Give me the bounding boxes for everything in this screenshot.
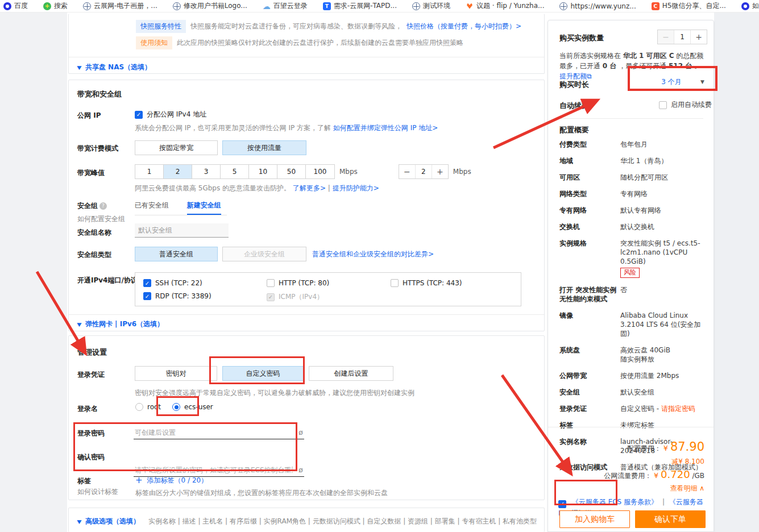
summary-row: 交换机默认交换机	[559, 222, 705, 231]
bookmark-item[interactable]: 需求-云展网-TAPD...	[323, 1, 397, 11]
snapshot-notice-badge: 使用须知	[136, 36, 172, 49]
bandwidth-option[interactable]: 1	[135, 165, 164, 178]
root-label: root	[147, 403, 161, 411]
bookmark-item[interactable]: 云展网-电子画册，...	[83, 1, 157, 11]
bookmark-item[interactable]: 百度	[3, 1, 28, 11]
summary-row: 地域华北 1（青岛）	[559, 156, 705, 165]
http-checkbox[interactable]	[267, 279, 275, 287]
bookmark-label: 测试环境	[423, 1, 450, 11]
eni-section-toggle[interactable]: 弹性网卡 | IPv6（选填）	[85, 319, 164, 329]
minus-button[interactable]: −	[399, 165, 415, 178]
bookmark-item[interactable]: 议题 · flip / Yunzha...	[466, 1, 545, 11]
learn-more-link[interactable]: 了解更多>	[293, 184, 326, 192]
mbps-unit: Mbps	[339, 168, 358, 176]
assign-ipv4-checkbox[interactable]	[135, 111, 143, 119]
sg-type-normal-button[interactable]: 普通安全组	[135, 247, 218, 261]
ecs-terms-link[interactable]: 《云服务器 ECS 服务条款》	[572, 498, 658, 506]
bandwidth-option-selected[interactable]: 2	[164, 165, 192, 178]
traffic-fee-label: 公网流量费用：	[604, 472, 652, 480]
bookmark-label: 修改用户书籍Logo...	[184, 1, 247, 11]
summary-row: 系统盘高效云盘 40GiB随实例释放	[559, 346, 705, 364]
eip-config-link[interactable]: 如何配置并绑定弹性公网 IP 地址>	[333, 124, 438, 132]
protection-link[interactable]: 提升防护能力>	[333, 184, 379, 192]
bookmark-label: 百度	[14, 1, 28, 11]
raise-quota-link[interactable]: 提升配额	[559, 72, 587, 80]
summary-row: 公网带宽按使用流量 2Mbps	[559, 371, 705, 380]
credential-note: 密钥对安全强度远高于常规自定义密码，可以避免暴力破解威胁，建议您使用密钥对创建实…	[135, 388, 414, 398]
ecs-user-radio[interactable]	[172, 403, 180, 411]
set-later-button[interactable]: 创建后设置	[309, 366, 393, 381]
sg-type-label: 安全组类型	[77, 250, 111, 260]
help-icon[interactable]: ?	[99, 202, 107, 210]
bookmark-label: https://www.yunz...	[570, 2, 636, 10]
billing-fixed-button[interactable]: 按固定带宽	[135, 140, 218, 155]
bandwidth-option[interactable]: 100	[306, 165, 334, 178]
add-tag-link[interactable]: 添加标签（0 / 20）	[147, 476, 208, 485]
billing-mode-label: 带宽计费模式	[77, 144, 118, 153]
keypair-button[interactable]: 密钥对	[135, 366, 217, 381]
http-label: HTTP (TCP: 80)	[279, 279, 329, 287]
tag-design-help-link[interactable]: 如何设计标签	[77, 488, 118, 496]
bookmark-item[interactable]: 搜索	[43, 1, 68, 11]
custom-password-button[interactable]: 自定义密码	[222, 366, 304, 381]
config-fee-value: 87.90	[670, 440, 704, 454]
divider	[559, 118, 703, 119]
bandwidth-option[interactable]: 3	[192, 165, 221, 178]
tag-note: 标签由区分大小写的键值对组成，您设置的标签将应用在本次创建的全部实例和云盘	[135, 488, 388, 498]
bandwidth-option[interactable]: 5	[221, 165, 249, 178]
sg-config-help-link[interactable]: 如何配置安全组	[77, 215, 125, 223]
advanced-section-toggle[interactable]: 高级选项（选填）	[85, 517, 140, 526]
https-checkbox[interactable]	[391, 279, 399, 287]
summary-row: 镜像Alibaba Cloud Linux 3.2104 LTS 64 位(安全…	[559, 311, 705, 338]
bandwidth-option[interactable]: 50	[277, 165, 306, 178]
password-input[interactable]	[134, 426, 304, 439]
tab-existing-sg[interactable]: 已有安全组	[135, 201, 169, 214]
view-detail-link[interactable]: 查看明细 ∧	[670, 484, 704, 492]
billing-traffic-button[interactable]: 按使用流量	[222, 140, 306, 155]
quantity-value[interactable]: 1	[674, 30, 691, 44]
nas-section-toggle[interactable]: 共享盘 NAS（选填）	[85, 63, 151, 72]
bookmark-item[interactable]: ☁百望云登录	[263, 1, 308, 11]
bookmark-label: H5微信分享、自定...	[662, 1, 726, 11]
terms-checkbox[interactable]	[558, 500, 566, 508]
advanced-card: ▼ 高级选项（选填） 实例名称 | 描述 | 主机名 | 有序后缀 | 实例RA…	[68, 508, 545, 532]
eye-off-icon[interactable]: ø	[298, 466, 303, 474]
bookmark-label: 如何设置华为	[752, 1, 759, 11]
submit-order-button[interactable]: 确认下单	[635, 510, 706, 528]
bookmark-label: 云展网-电子画册，...	[94, 1, 157, 11]
plus-button[interactable]: +	[432, 165, 448, 178]
plus-button[interactable]: +	[691, 30, 707, 44]
bookmark-label: 需求-云展网-TAPD...	[334, 1, 397, 11]
security-group-label: 安全组	[77, 202, 98, 210]
ssh-checkbox[interactable]	[143, 279, 151, 287]
minus-button[interactable]: −	[658, 30, 674, 44]
add-to-cart-button[interactable]: 加入购物车	[559, 510, 630, 528]
bookmark-item[interactable]: H5微信分享、自定...	[652, 1, 726, 11]
duration-select[interactable]: 3 个月 ▼	[637, 77, 706, 90]
bookmark-item[interactable]: 测试环境	[412, 1, 450, 11]
snapshot-price-link[interactable]: 快照价格（按量付费，每小时扣费）>	[407, 22, 521, 31]
icmp-checkbox[interactable]	[267, 293, 275, 301]
tab-new-sg[interactable]: 新建安全组	[187, 201, 221, 215]
bookmark-item[interactable]: 修改用户书籍Logo...	[173, 1, 247, 11]
sg-type-enterprise-button[interactable]: 企业级安全组	[222, 247, 306, 261]
bandwidth-stepper-value[interactable]: 2	[415, 165, 432, 178]
currency-symbol: ¥	[654, 471, 658, 480]
summary-row: 登录凭证自定义密码 - 请指定密码	[559, 404, 705, 413]
summary-row: 专有网络默认专有网络	[559, 206, 705, 215]
root-radio[interactable]	[135, 403, 143, 411]
bookmark-item[interactable]: 如何设置华为	[741, 1, 759, 11]
globe-icon	[412, 2, 420, 10]
password-label: 登录密码	[77, 429, 105, 438]
eye-off-icon[interactable]: ø	[298, 428, 303, 437]
risk-badge[interactable]: 风险	[620, 268, 640, 278]
rdp-checkbox[interactable]	[143, 292, 151, 300]
quota-text: 。	[694, 62, 701, 70]
globe-icon	[559, 2, 567, 10]
bookmark-item[interactable]: https://www.yunz...	[559, 2, 636, 10]
bandwidth-option[interactable]: 10	[249, 165, 277, 178]
bookmarks-bar: 百度 搜索 云展网-电子画册，... 修改用户书籍Logo... ☁百望云登录 …	[0, 0, 759, 13]
auto-renew-checkbox[interactable]	[659, 101, 667, 109]
sg-compare-link[interactable]: 普通安全组和企业级安全组的对比差异>	[312, 250, 434, 259]
sg-name-input[interactable]	[135, 223, 229, 238]
